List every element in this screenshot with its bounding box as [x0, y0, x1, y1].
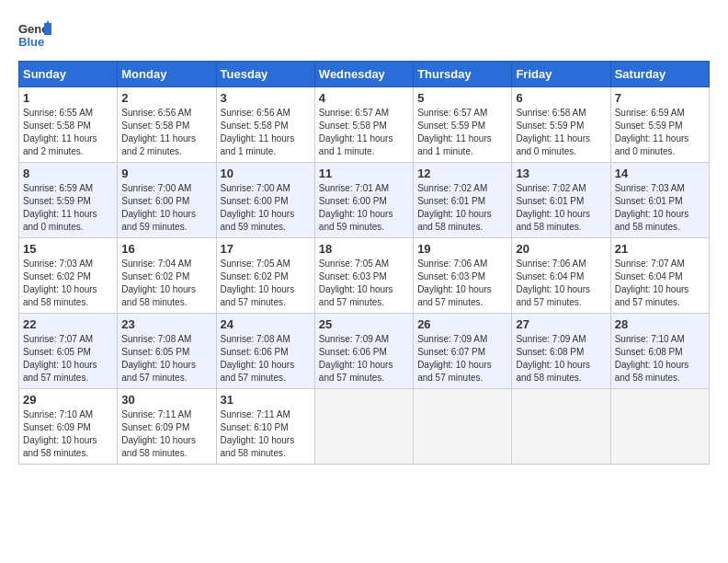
- day-info: Sunrise: 7:09 AM Sunset: 6:08 PM Dayligh…: [516, 333, 606, 385]
- calendar-cell: 8Sunrise: 6:59 AM Sunset: 5:59 PM Daylig…: [19, 163, 118, 238]
- day-info: Sunrise: 7:01 AM Sunset: 6:00 PM Dayligh…: [319, 182, 409, 234]
- calendar-cell: 13Sunrise: 7:02 AM Sunset: 6:01 PM Dayli…: [512, 163, 610, 238]
- day-number: 14: [615, 167, 705, 180]
- calendar-cell: 10Sunrise: 7:00 AM Sunset: 6:00 PM Dayli…: [216, 163, 314, 238]
- calendar-table: SundayMondayTuesdayWednesdayThursdayFrid…: [18, 61, 710, 465]
- day-info: Sunrise: 7:08 AM Sunset: 6:05 PM Dayligh…: [121, 333, 211, 385]
- day-number: 31: [221, 393, 311, 407]
- calendar-cell: 25Sunrise: 7:09 AM Sunset: 6:06 PM Dayli…: [314, 314, 413, 389]
- day-number: 23: [121, 317, 211, 331]
- day-number: 17: [221, 242, 311, 256]
- day-info: Sunrise: 7:10 AM Sunset: 6:08 PM Dayligh…: [615, 333, 705, 385]
- day-info: Sunrise: 7:05 AM Sunset: 6:03 PM Dayligh…: [319, 258, 409, 309]
- day-info: Sunrise: 7:06 AM Sunset: 6:03 PM Dayligh…: [417, 258, 507, 309]
- calendar-cell: 31Sunrise: 7:11 AM Sunset: 6:10 PM Dayli…: [216, 389, 314, 465]
- logo-icon: General Blue: [18, 18, 51, 52]
- day-info: Sunrise: 7:09 AM Sunset: 6:07 PM Dayligh…: [417, 333, 507, 385]
- calendar-cell: 7Sunrise: 6:59 AM Sunset: 5:59 PM Daylig…: [610, 87, 709, 163]
- calendar-cell: 23Sunrise: 7:08 AM Sunset: 6:05 PM Dayli…: [118, 314, 216, 389]
- calendar-cell: 6Sunrise: 6:58 AM Sunset: 5:59 PM Daylig…: [512, 87, 610, 163]
- calendar-cell: [610, 389, 709, 465]
- day-info: Sunrise: 6:56 AM Sunset: 5:58 PM Dayligh…: [221, 107, 311, 158]
- day-number: 26: [417, 317, 507, 331]
- header-cell-saturday: Saturday: [610, 62, 709, 87]
- calendar-cell: 18Sunrise: 7:05 AM Sunset: 6:03 PM Dayli…: [314, 238, 413, 314]
- svg-text:Blue: Blue: [18, 35, 44, 49]
- calendar-cell: 21Sunrise: 7:07 AM Sunset: 6:04 PM Dayli…: [610, 238, 709, 314]
- day-info: Sunrise: 7:10 AM Sunset: 6:09 PM Dayligh…: [23, 408, 113, 460]
- day-number: 30: [121, 393, 211, 407]
- day-number: 4: [319, 91, 409, 105]
- day-number: 5: [417, 91, 507, 105]
- day-info: Sunrise: 7:06 AM Sunset: 6:04 PM Dayligh…: [516, 258, 606, 309]
- day-info: Sunrise: 7:05 AM Sunset: 6:02 PM Dayligh…: [221, 258, 311, 309]
- day-number: 12: [417, 167, 507, 180]
- calendar-cell: 30Sunrise: 7:11 AM Sunset: 6:09 PM Dayli…: [118, 389, 216, 465]
- day-info: Sunrise: 7:00 AM Sunset: 6:00 PM Dayligh…: [221, 182, 311, 234]
- day-number: 11: [319, 167, 409, 180]
- day-number: 7: [615, 91, 705, 105]
- calendar-cell: 4Sunrise: 6:57 AM Sunset: 5:58 PM Daylig…: [314, 87, 413, 163]
- day-number: 10: [221, 167, 311, 180]
- calendar-cell: 29Sunrise: 7:10 AM Sunset: 6:09 PM Dayli…: [19, 389, 118, 465]
- day-info: Sunrise: 7:08 AM Sunset: 6:06 PM Dayligh…: [221, 333, 311, 385]
- day-number: 15: [23, 242, 113, 256]
- day-info: Sunrise: 7:07 AM Sunset: 6:04 PM Dayligh…: [615, 258, 705, 309]
- calendar-cell: 24Sunrise: 7:08 AM Sunset: 6:06 PM Dayli…: [216, 314, 314, 389]
- day-info: Sunrise: 7:03 AM Sunset: 6:01 PM Dayligh…: [615, 182, 705, 234]
- page-header: General Blue: [18, 18, 710, 52]
- header-cell-tuesday: Tuesday: [216, 62, 314, 87]
- day-number: 25: [319, 317, 409, 331]
- day-info: Sunrise: 6:56 AM Sunset: 5:58 PM Dayligh…: [121, 107, 211, 158]
- day-number: 8: [23, 167, 113, 180]
- day-number: 20: [516, 242, 606, 256]
- day-info: Sunrise: 7:00 AM Sunset: 6:00 PM Dayligh…: [121, 182, 211, 234]
- week-row-1: 1Sunrise: 6:55 AM Sunset: 5:58 PM Daylig…: [19, 87, 710, 163]
- calendar-cell: [314, 389, 413, 465]
- calendar-cell: 22Sunrise: 7:07 AM Sunset: 6:05 PM Dayli…: [19, 314, 118, 389]
- calendar-cell: 28Sunrise: 7:10 AM Sunset: 6:08 PM Dayli…: [610, 314, 709, 389]
- header-cell-sunday: Sunday: [19, 62, 118, 87]
- calendar-cell: 17Sunrise: 7:05 AM Sunset: 6:02 PM Dayli…: [216, 238, 314, 314]
- day-info: Sunrise: 7:11 AM Sunset: 6:09 PM Dayligh…: [121, 408, 211, 460]
- day-info: Sunrise: 6:59 AM Sunset: 5:59 PM Dayligh…: [615, 107, 705, 158]
- calendar-cell: [512, 389, 610, 465]
- day-number: 6: [516, 91, 606, 105]
- day-info: Sunrise: 7:04 AM Sunset: 6:02 PM Dayligh…: [121, 258, 211, 309]
- calendar-cell: 5Sunrise: 6:57 AM Sunset: 5:59 PM Daylig…: [414, 87, 512, 163]
- day-number: 28: [615, 317, 705, 331]
- header-cell-wednesday: Wednesday: [314, 62, 413, 87]
- calendar-cell: 19Sunrise: 7:06 AM Sunset: 6:03 PM Dayli…: [414, 238, 512, 314]
- day-number: 27: [516, 317, 606, 331]
- day-number: 9: [121, 167, 211, 180]
- calendar-cell: 11Sunrise: 7:01 AM Sunset: 6:00 PM Dayli…: [314, 163, 413, 238]
- calendar-cell: [414, 389, 512, 465]
- day-info: Sunrise: 7:11 AM Sunset: 6:10 PM Dayligh…: [221, 408, 311, 460]
- day-number: 21: [615, 242, 705, 256]
- header-row: SundayMondayTuesdayWednesdayThursdayFrid…: [19, 62, 710, 87]
- calendar-cell: 15Sunrise: 7:03 AM Sunset: 6:02 PM Dayli…: [19, 238, 118, 314]
- week-row-5: 29Sunrise: 7:10 AM Sunset: 6:09 PM Dayli…: [19, 389, 710, 465]
- logo: General Blue: [18, 18, 55, 52]
- calendar-cell: 3Sunrise: 6:56 AM Sunset: 5:58 PM Daylig…: [216, 87, 314, 163]
- week-row-3: 15Sunrise: 7:03 AM Sunset: 6:02 PM Dayli…: [19, 238, 710, 314]
- calendar-cell: 12Sunrise: 7:02 AM Sunset: 6:01 PM Dayli…: [414, 163, 512, 238]
- day-number: 1: [23, 91, 113, 105]
- day-number: 24: [221, 317, 311, 331]
- calendar-cell: 9Sunrise: 7:00 AM Sunset: 6:00 PM Daylig…: [118, 163, 216, 238]
- calendar-cell: 20Sunrise: 7:06 AM Sunset: 6:04 PM Dayli…: [512, 238, 610, 314]
- day-number: 13: [516, 167, 606, 180]
- day-info: Sunrise: 7:03 AM Sunset: 6:02 PM Dayligh…: [23, 258, 113, 309]
- calendar-cell: 2Sunrise: 6:56 AM Sunset: 5:58 PM Daylig…: [118, 87, 216, 163]
- day-info: Sunrise: 6:58 AM Sunset: 5:59 PM Dayligh…: [516, 107, 606, 158]
- week-row-2: 8Sunrise: 6:59 AM Sunset: 5:59 PM Daylig…: [19, 163, 710, 238]
- day-info: Sunrise: 6:55 AM Sunset: 5:58 PM Dayligh…: [23, 107, 113, 158]
- calendar-cell: 14Sunrise: 7:03 AM Sunset: 6:01 PM Dayli…: [610, 163, 709, 238]
- day-info: Sunrise: 7:07 AM Sunset: 6:05 PM Dayligh…: [23, 333, 113, 385]
- day-number: 3: [221, 91, 311, 105]
- day-number: 16: [121, 242, 211, 256]
- header-cell-monday: Monday: [118, 62, 216, 87]
- day-info: Sunrise: 7:02 AM Sunset: 6:01 PM Dayligh…: [516, 182, 606, 234]
- header-cell-thursday: Thursday: [414, 62, 512, 87]
- day-number: 19: [417, 242, 507, 256]
